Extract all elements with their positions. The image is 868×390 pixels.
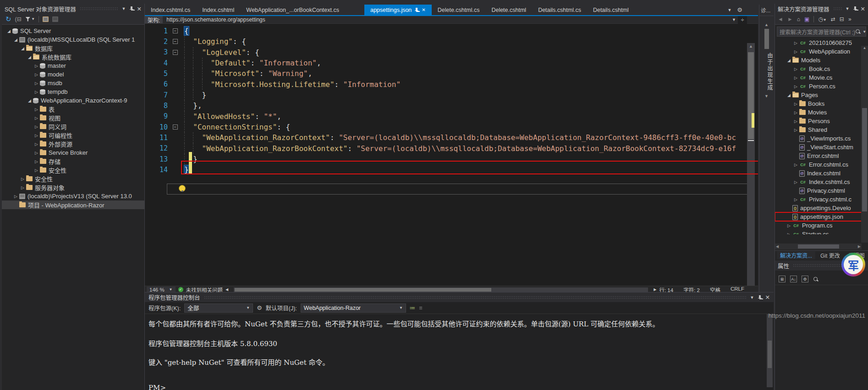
collapse-arrow-icon[interactable]: ◢ <box>786 58 792 63</box>
build-notification-vertical-tab[interactable]: 由于出现生成 <box>759 53 774 91</box>
solution-tree-item[interactable]: @Privacy.cshtml <box>775 186 868 195</box>
expand-arrow-icon[interactable]: ▷ <box>19 177 26 181</box>
close-icon[interactable]: ✕ <box>137 5 142 12</box>
expand-arrow-icon[interactable]: ▷ <box>792 197 799 202</box>
solution-tree-item[interactable]: ◢Pages <box>775 91 868 99</box>
strip-scroll-up-icon[interactable]: ▲ <box>759 22 774 27</box>
search-icon[interactable] <box>855 29 861 34</box>
solution-tree-item[interactable]: ▷C#Program.cs <box>775 221 868 230</box>
solution-tree-item[interactable]: @_ViewImports.cs <box>775 134 868 143</box>
code-line[interactable]: 10−"ConnectionStrings": { <box>145 122 758 132</box>
expand-arrow-icon[interactable]: ▷ <box>792 67 799 71</box>
fold-margin[interactable]: − <box>170 28 180 33</box>
tab-list-icon[interactable]: ▼ <box>727 8 731 12</box>
solution-tree-item[interactable]: ▷Movies <box>775 108 868 117</box>
solution-tree-item[interactable]: ▷C#Movie.cs <box>775 73 868 82</box>
solution-tree-item[interactable]: ▷C#Index.cshtml.cs <box>775 178 868 186</box>
close-icon[interactable]: ✕ <box>422 7 425 12</box>
expand-arrow-icon[interactable]: ▷ <box>33 72 40 77</box>
code-line[interactable]: 1−{ <box>145 26 758 36</box>
sql-tree-item[interactable]: ▷model <box>2 70 144 79</box>
sync-with-active-document-icon[interactable]: ⇄ <box>831 16 835 22</box>
schema-value[interactable]: https://json.schemastore.org/appsettings <box>166 16 265 23</box>
fold-collapse-icon[interactable]: − <box>173 39 178 44</box>
sql-tree-item[interactable]: ▷安全性 <box>2 166 144 174</box>
sql-tree-item[interactable]: ▷tempdb <box>2 87 144 96</box>
diagnostics-collapsed-tab[interactable]: 诊... <box>759 5 774 16</box>
sql-tree-item[interactable]: ▷服务器对象 <box>2 183 144 192</box>
sql-panel-titlebar[interactable]: SQL Server 对象资源管理器 ▼ ✕ <box>2 4 144 14</box>
expand-arrow-icon[interactable]: ▷ <box>19 185 26 190</box>
collapse-all-icon[interactable]: ⊟ <box>840 16 844 22</box>
collapse-arrow-icon[interactable]: ◢ <box>26 98 33 103</box>
pending-changes-filter-icon[interactable]: ◷▼ <box>818 16 826 22</box>
expand-arrow-icon[interactable]: ▷ <box>33 159 40 164</box>
code-line[interactable]: 7} <box>145 90 758 100</box>
sql-tree-item[interactable]: ▷表 <box>2 105 144 114</box>
expand-arrow-icon[interactable]: ▷ <box>792 84 799 89</box>
pin-icon[interactable] <box>415 8 418 12</box>
lightbulb-icon[interactable] <box>179 185 186 192</box>
expand-arrow-icon[interactable]: ▷ <box>792 180 799 184</box>
expand-arrow-icon[interactable]: ▷ <box>792 162 799 167</box>
document-tab[interactable]: Index.cshtml.cs <box>145 5 196 15</box>
sql-tree-item[interactable]: ▷外部资源 <box>2 140 144 148</box>
filter-icon[interactable]: ▼ <box>25 17 35 22</box>
scroll-left-icon[interactable]: ◀ <box>225 287 228 292</box>
expand-arrow-icon[interactable]: ▷ <box>792 110 799 115</box>
chevron-down-icon[interactable]: ▼ <box>863 30 866 34</box>
refresh-icon[interactable]: ↻ <box>5 15 11 23</box>
solution-search-input[interactable]: 搜索解决方案资源管理器(Ctrl ;) ▼ <box>777 27 866 37</box>
document-tab[interactable]: Details.cshtml <box>587 5 635 15</box>
alphabetical-icon[interactable]: A↓ <box>790 276 797 282</box>
pin-icon[interactable] <box>758 295 762 300</box>
gear-icon[interactable]: ⚙ <box>257 304 262 311</box>
fold-collapse-icon[interactable]: − <box>173 125 178 130</box>
split-editor-handle[interactable]: ÷ <box>738 16 747 24</box>
schema-dropdown-icon[interactable]: ▼ <box>732 17 736 22</box>
solution-tree-item[interactable]: ▷Persons <box>775 117 868 125</box>
code-line[interactable]: 11"WebApplication_RazorContext": "Server… <box>145 132 758 143</box>
strip-scrollbar-thumb[interactable] <box>764 29 769 49</box>
tool-window-tab-other[interactable]: Git 更改 <box>817 251 843 259</box>
editor-horizontal-scrollbar[interactable] <box>234 287 648 292</box>
sql-tree-item[interactable]: ▷存储 <box>2 157 144 166</box>
fold-margin[interactable]: − <box>170 39 180 44</box>
fold-collapse-icon[interactable]: − <box>173 28 178 33</box>
collapse-arrow-icon[interactable]: ◢ <box>12 38 19 42</box>
strip-scroll-down-icon[interactable]: ▼ <box>759 94 774 98</box>
scroll-left-icon[interactable]: ◀ <box>776 244 779 249</box>
close-icon[interactable]: ✕ <box>861 5 865 12</box>
collapse-arrow-icon[interactable]: ◢ <box>26 55 33 60</box>
scroll-right-icon[interactable]: ▶ <box>858 244 861 249</box>
solution-vertical-scrollbar[interactable]: ▲ <box>861 46 868 243</box>
sql-tree-item[interactable]: ▷master <box>2 61 144 70</box>
code-line[interactable]: 6"Microsoft.Hosting.Lifetime": "Informat… <box>145 79 758 90</box>
pin-icon[interactable] <box>853 6 857 11</box>
document-tab[interactable]: appsettings.json✕ <box>364 5 432 15</box>
collapse-arrow-icon[interactable]: ◢ <box>19 46 26 51</box>
scrollbar-thumb[interactable] <box>235 288 491 292</box>
scrollbar-thumb[interactable] <box>862 108 867 211</box>
scrollbar-thumb[interactable] <box>768 341 772 368</box>
expand-arrow-icon[interactable]: ▷ <box>33 168 40 173</box>
expand-arrow-icon[interactable]: ▷ <box>33 133 40 138</box>
home-icon[interactable]: ⌂ <box>797 16 800 22</box>
expand-arrow-icon[interactable]: ▷ <box>33 116 40 120</box>
solution-tree-item[interactable]: @_ViewStart.cshtm <box>775 143 868 152</box>
overflow-icon[interactable]: » <box>848 16 852 22</box>
expand-arrow-icon[interactable]: ▷ <box>792 41 799 45</box>
scroll-right-icon[interactable]: ▶ <box>654 287 656 292</box>
code-area[interactable]: 1−{2−"Logging": {3−"LogLevel": {4"Defaul… <box>145 24 758 286</box>
solution-tree-item[interactable]: ▷C#Privacy.cshtml.c <box>775 195 868 204</box>
package-source-dropdown[interactable]: 全部 ▼ <box>184 303 253 313</box>
fold-margin[interactable]: − <box>170 50 180 55</box>
expand-arrow-icon[interactable]: ▷ <box>33 151 40 155</box>
collapse-arrow-icon[interactable]: ◢ <box>786 93 792 98</box>
code-line[interactable]: 5"Microsoft": "Warning", <box>145 68 758 79</box>
switch-views-icon[interactable]: ▣ <box>804 16 809 22</box>
solution-tree-item[interactable]: ▷C#Book.cs <box>775 65 868 73</box>
property-pages-icon[interactable]: ⚙ <box>802 276 808 282</box>
expand-arrow-icon[interactable]: ▷ <box>792 76 799 80</box>
collapse-arrow-icon[interactable]: ◢ <box>5 29 12 33</box>
